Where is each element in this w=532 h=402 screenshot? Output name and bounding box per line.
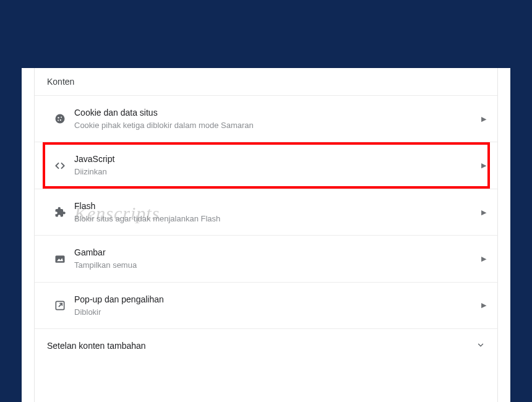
row-subtitle: Cookie pihak ketiga diblokir dalam mode … <box>74 120 471 131</box>
row-javascript[interactable]: JavaScript Diizinkan ▶ <box>35 142 497 188</box>
row-title: Gambar <box>74 247 471 259</box>
open-in-new-icon <box>46 299 74 312</box>
expand-label: Setelan konten tambahan <box>47 340 476 352</box>
row-subtitle: Blokir situs agar tidak menjalankan Flas… <box>74 213 471 225</box>
svg-point-3 <box>60 119 61 121</box>
svg-point-2 <box>61 117 62 118</box>
row-text: Pop-up dan pengalihan Diblokir <box>74 294 471 317</box>
chevron-right-icon: ▶ <box>471 208 486 216</box>
row-subtitle: Diizinkan <box>74 166 471 177</box>
row-text: Gambar Tampilkan semua <box>74 247 471 270</box>
chevron-right-icon: ▶ <box>471 301 486 309</box>
row-popups[interactable]: Pop-up dan pengalihan Diblokir ▶ <box>35 282 497 328</box>
row-images[interactable]: Gambar Tampilkan semua ▶ <box>35 235 497 281</box>
image-icon <box>46 253 74 265</box>
row-cookies[interactable]: Cookie dan data situs Cookie pihak ketig… <box>35 95 497 142</box>
chevron-down-icon <box>476 341 485 351</box>
svg-point-1 <box>58 117 59 118</box>
row-title: Cookie dan data situs <box>74 107 471 119</box>
row-additional-content-settings[interactable]: Setelan konten tambahan <box>35 328 497 363</box>
cookie-icon <box>46 113 74 125</box>
row-title: JavaScript <box>74 153 471 165</box>
row-text: Cookie dan data situs Cookie pihak ketig… <box>74 107 471 130</box>
chevron-right-icon: ▶ <box>471 255 486 263</box>
chevron-right-icon: ▶ <box>471 115 486 123</box>
code-icon <box>46 160 74 172</box>
row-subtitle: Diblokir <box>74 307 471 318</box>
svg-point-0 <box>56 114 65 124</box>
svg-rect-5 <box>56 255 65 263</box>
row-subtitle: Tampilkan semua <box>74 260 471 271</box>
row-flash[interactable]: Flash Blokir situs agar tidak menjalanka… <box>35 189 497 235</box>
settings-panel: Konten Cookie dan data situs Cookie piha… <box>22 68 510 402</box>
svg-point-4 <box>58 120 59 121</box>
row-text: Flash Blokir situs agar tidak menjalanka… <box>74 200 471 224</box>
extension-icon <box>46 206 74 218</box>
section-header-konten: Konten <box>35 68 497 95</box>
settings-inner: Konten Cookie dan data situs Cookie piha… <box>34 68 498 402</box>
row-title: Pop-up dan pengalihan <box>74 294 471 306</box>
row-text: JavaScript Diizinkan <box>74 153 471 177</box>
row-title: Flash <box>74 200 471 212</box>
chevron-right-icon: ▶ <box>471 161 486 169</box>
